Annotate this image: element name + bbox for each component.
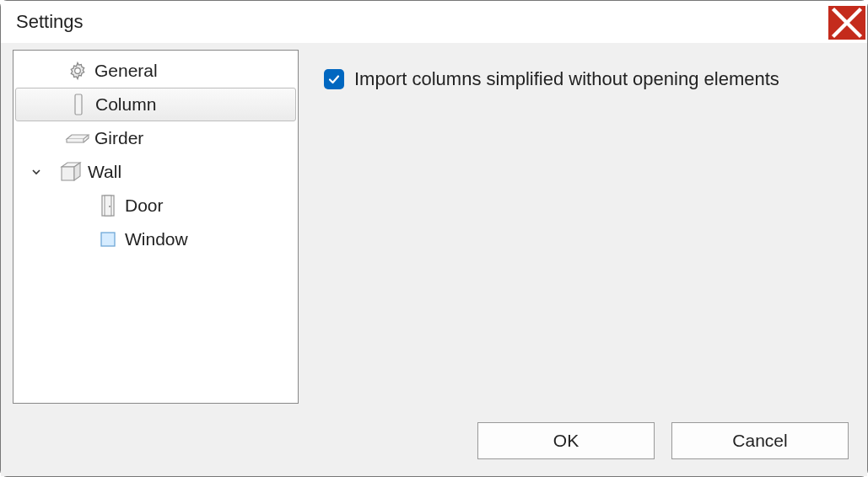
close-button[interactable] xyxy=(828,6,865,40)
tree-label: Door xyxy=(121,196,164,216)
column-icon xyxy=(65,92,92,117)
tree-item-general[interactable]: General xyxy=(13,54,298,88)
svg-point-6 xyxy=(109,206,111,207)
titlebar: Settings xyxy=(1,1,867,43)
tree-item-window[interactable]: Window xyxy=(13,222,298,256)
svg-rect-3 xyxy=(62,167,74,180)
door-icon xyxy=(94,194,121,217)
settings-tree: General Column Girder xyxy=(13,50,299,404)
tree-label: Wall xyxy=(84,162,121,182)
wall-icon xyxy=(57,161,84,183)
tree-label: Girder xyxy=(91,128,143,148)
dialog-footer: OK Cancel xyxy=(1,422,867,476)
tree-label: Column xyxy=(92,94,156,115)
cancel-button-label: Cancel xyxy=(732,431,787,451)
close-icon xyxy=(828,4,865,41)
svg-rect-7 xyxy=(101,233,115,246)
ok-button-label: OK xyxy=(553,431,579,451)
tree-label: General xyxy=(91,61,158,81)
girder-icon xyxy=(64,131,91,146)
svg-point-1 xyxy=(75,68,81,74)
ok-button[interactable]: OK xyxy=(477,422,655,459)
import-simplified-row[interactable]: Import columns simplified without openin… xyxy=(324,68,850,90)
window-title: Settings xyxy=(16,11,828,33)
tree-item-column[interactable]: Column xyxy=(15,88,296,121)
checkmark-icon xyxy=(327,72,341,86)
tree-item-girder[interactable]: Girder xyxy=(13,121,298,155)
gear-icon xyxy=(64,61,91,81)
settings-dialog: Settings General Column xyxy=(0,0,868,477)
cancel-button[interactable]: Cancel xyxy=(671,422,849,459)
chevron-down-icon xyxy=(27,167,46,177)
svg-rect-2 xyxy=(75,94,82,115)
tree-item-wall[interactable]: Wall xyxy=(13,155,298,189)
svg-rect-5 xyxy=(105,196,111,216)
window-icon xyxy=(94,231,121,248)
dialog-body: General Column Girder xyxy=(1,43,867,422)
import-simplified-checkbox[interactable] xyxy=(324,69,344,89)
tree-item-door[interactable]: Door xyxy=(13,189,298,222)
tree-label: Window xyxy=(121,229,188,249)
settings-content: Import columns simplified without openin… xyxy=(299,43,867,422)
import-simplified-label: Import columns simplified without openin… xyxy=(354,68,779,90)
